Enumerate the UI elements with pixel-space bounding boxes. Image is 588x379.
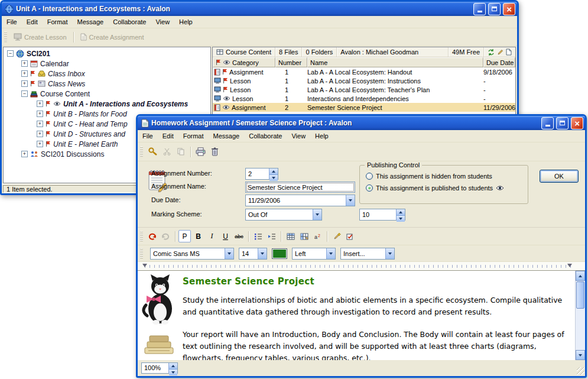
menu-help[interactable]: Help [174, 17, 197, 27]
expand-icon[interactable] [37, 121, 43, 127]
spin-down-icon[interactable] [397, 215, 405, 222]
chevron-down-icon[interactable] [258, 248, 267, 259]
menu-edit[interactable]: Edit [158, 131, 178, 141]
scroll-up-button[interactable] [576, 271, 585, 281]
due-date-combo[interactable]: 11/29/2006 [245, 195, 355, 206]
create-assignment-button[interactable]: Create Assignment [76, 31, 148, 43]
key-search-button[interactable] [145, 145, 160, 159]
font-color-swatch[interactable] [272, 248, 287, 259]
menu-message[interactable]: Message [209, 131, 245, 141]
toolbar-grip[interactable] [140, 231, 143, 242]
chevron-down-icon[interactable] [225, 248, 233, 259]
tree-item-calendar[interactable]: Calendar [4, 59, 210, 69]
margin-marker-icon[interactable] [567, 264, 572, 270]
content-row[interactable]: Lesson 1 Interactions and Interdependenc… [213, 94, 515, 103]
superscript-button[interactable]: a2 [311, 230, 324, 242]
content-row[interactable]: Assignment 1 Lab A - A Local Ecosystem: … [213, 67, 515, 76]
zoom-out-icon[interactable] [169, 369, 177, 375]
collapse-icon[interactable] [21, 90, 28, 97]
column-due-date[interactable]: Due Date [483, 57, 515, 67]
spin-up-icon[interactable] [269, 169, 278, 174]
ok-button[interactable]: OK [540, 170, 579, 183]
scroll-down-button[interactable] [576, 350, 585, 360]
document-body[interactable]: Semester Science Project Study the inter… [180, 271, 575, 360]
content-row[interactable]: Lesson 1 Lab A - A Local Ecosystem: Inst… [213, 76, 515, 85]
expand-icon[interactable] [37, 111, 43, 117]
titlebar[interactable]: Unit A - Interactions and Ecosystems : A… [2, 2, 517, 16]
align-combo[interactable]: Left [292, 248, 336, 260]
close-button[interactable] [503, 3, 515, 15]
indent-button[interactable] [265, 230, 278, 242]
refresh-icon[interactable] [488, 49, 495, 56]
column-name[interactable]: Name [307, 57, 483, 67]
edit-pencil-icon[interactable] [497, 49, 503, 56]
spellcheck-button[interactable] [344, 230, 356, 242]
chevron-down-icon[interactable] [346, 195, 355, 206]
insert-table-button[interactable] [284, 230, 297, 242]
zoom-in-icon[interactable] [169, 363, 177, 369]
column-number[interactable]: Number [275, 57, 307, 67]
radio-checked-icon[interactable] [366, 184, 373, 192]
content-row[interactable]: Lesson 1 Lab A - A Local Ecosystem: Teac… [213, 85, 515, 94]
toolbar-grip[interactable] [4, 32, 7, 43]
toolbar-grip[interactable] [140, 147, 143, 157]
spin-up-icon[interactable] [397, 209, 405, 215]
ruler[interactable] [138, 262, 585, 271]
tree-item-class-news[interactable]: Class News [4, 79, 210, 89]
expand-icon[interactable] [21, 151, 28, 157]
tree-item-unit-a[interactable]: Unit A - Interactions and Ecosystems [4, 99, 210, 109]
table-properties-button[interactable] [298, 230, 310, 242]
bold-button[interactable]: B [192, 230, 204, 242]
assignment-number-spinner[interactable]: 2 [245, 168, 278, 180]
strikethrough-button[interactable]: abc [233, 230, 245, 242]
titlebar[interactable]: Homework Assignment / Semester Science P… [138, 116, 585, 130]
published-radio[interactable]: This assignment is published to students [366, 184, 504, 192]
expand-icon[interactable] [37, 131, 43, 137]
menu-file[interactable]: File [138, 131, 158, 141]
menu-edit[interactable]: Edit [22, 17, 43, 27]
menu-format[interactable]: Format [43, 17, 73, 27]
underline-button[interactable]: U [219, 230, 232, 242]
scroll-thumb[interactable] [576, 281, 584, 309]
tree-item-class-inbox[interactable]: Class Inbox [4, 69, 210, 79]
hidden-radio[interactable]: This assignment is hidden from students [366, 173, 492, 180]
delete-button[interactable] [207, 145, 222, 159]
close-button[interactable] [571, 117, 583, 129]
zoom-control[interactable]: 100% [141, 362, 178, 374]
minimize-button[interactable] [541, 117, 554, 129]
expand-icon[interactable] [37, 141, 43, 147]
menu-view[interactable]: View [287, 131, 310, 141]
paragraph-button[interactable]: P [178, 230, 191, 242]
maximize-button[interactable] [556, 117, 568, 129]
print-button[interactable] [193, 145, 207, 159]
expand-icon[interactable] [21, 60, 28, 67]
document-editor[interactable]: Semester Science Project Study the inter… [138, 271, 585, 360]
menu-collaborate[interactable]: Collaborate [108, 17, 151, 27]
expand-icon[interactable] [21, 80, 28, 87]
radio-unchecked-icon[interactable] [366, 173, 373, 180]
content-row-selected[interactable]: Assignment 2 Semester Science Project 11… [213, 103, 515, 112]
marking-scheme-combo[interactable]: Out Of [245, 209, 322, 221]
tree-item-sci201[interactable]: SCI201 [4, 48, 210, 59]
tree-item-course-content[interactable]: Course Content [4, 89, 210, 99]
chevron-down-icon[interactable] [385, 248, 394, 259]
menu-help[interactable]: Help [310, 131, 333, 141]
undo-button[interactable] [146, 230, 158, 242]
font-family-combo[interactable]: Comic Sans MS [150, 248, 234, 260]
resize-grip[interactable] [577, 367, 584, 375]
copy-button[interactable] [174, 145, 188, 159]
font-size-combo[interactable]: 14 [239, 248, 267, 260]
chevron-down-icon[interactable] [313, 209, 321, 220]
chevron-down-icon[interactable] [326, 248, 335, 259]
collapse-icon[interactable] [7, 50, 14, 57]
menu-view[interactable]: View [151, 17, 174, 27]
compose-icon[interactable] [506, 48, 512, 56]
minimize-button[interactable] [473, 3, 486, 15]
autoformat-button[interactable] [330, 230, 343, 242]
menu-collaborate[interactable]: Collaborate [244, 131, 287, 141]
assignment-name-input[interactable] [245, 182, 355, 193]
spin-down-icon[interactable] [269, 174, 278, 181]
expand-icon[interactable] [21, 70, 28, 77]
column-category[interactable]: Category [213, 57, 275, 67]
numbered-list-button[interactable] [252, 230, 264, 242]
